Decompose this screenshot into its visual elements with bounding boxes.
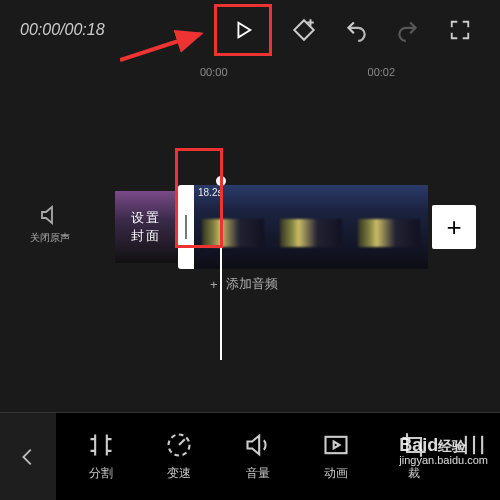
ruler-mark: 00:02 [368,66,396,78]
playhead[interactable] [220,180,222,360]
fullscreen-button[interactable] [440,10,480,50]
time-display: 00:00/00:18 [20,21,105,39]
undo-button[interactable] [336,10,376,50]
clip-strip[interactable]: + [178,185,476,269]
redo-icon [395,17,421,43]
play-icon [232,19,254,41]
set-cover-button[interactable]: 设置 封面 [115,191,177,263]
tool-label: 变速 [167,465,191,482]
speed-icon [165,431,193,459]
timeline[interactable]: 关闭原声 设置 封面 18.2s + + 添加音频 [0,185,500,295]
clip-duration-label: 18.2s [198,187,222,198]
chevron-left-icon [17,446,39,468]
animation-icon [322,431,350,459]
redo-button[interactable] [388,10,428,50]
mute-original-button[interactable]: 关闭原声 [30,203,70,245]
tool-label: 裁 [408,465,420,482]
split-icon [87,431,115,459]
volume-icon [244,431,272,459]
undo-icon [343,17,369,43]
plus-icon: + [210,277,218,292]
tool-label: 音量 [246,465,270,482]
cover-label: 设置 [131,209,161,227]
fullscreen-icon [449,19,471,41]
svg-rect-2 [326,437,347,453]
tool-animation[interactable]: 动画 [305,431,367,482]
back-button[interactable] [0,413,56,501]
speaker-icon [38,203,62,227]
add-clip-button[interactable]: + [432,205,476,249]
tool-label: 动画 [324,465,348,482]
clip-thumbnail[interactable] [272,185,350,269]
tool-speed[interactable]: 变速 [148,431,210,482]
add-audio-label: 添加音频 [226,275,278,293]
annotation-box-play [214,4,272,56]
cover-label: 封面 [131,227,161,245]
mute-label: 关闭原声 [30,231,70,245]
time-ruler: 00:00 00:02 [0,66,500,78]
play-button[interactable] [223,10,263,50]
ruler-mark: 00:00 [200,66,228,78]
watermark: Baid经验 jingyan.baidu.com [399,435,488,466]
clip-thumbnail[interactable] [350,185,428,269]
keyframe-button[interactable] [284,10,324,50]
diamond-plus-icon [291,17,317,43]
tool-volume[interactable]: 音量 [227,431,289,482]
tool-label: 分割 [89,465,113,482]
tool-split[interactable]: 分割 [70,431,132,482]
clip-left-handle[interactable] [178,185,194,269]
